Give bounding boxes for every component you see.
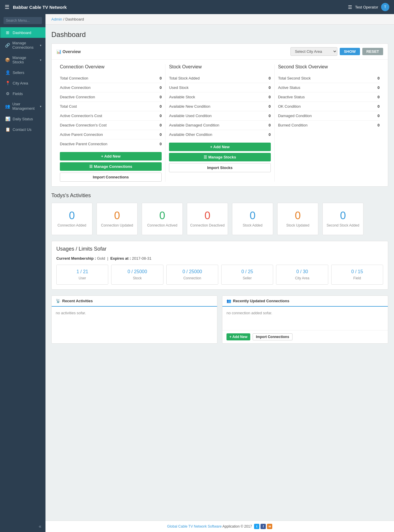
sidebar-label-contact-us: Contact Us [13, 127, 31, 132]
email-icon[interactable]: ✉ [267, 524, 272, 529]
activity-number: 0 [204, 210, 210, 221]
content-area: Dashboard 📊 Overview Select City Area SH… [45, 25, 394, 521]
page-title: Dashboard [51, 31, 388, 39]
reset-button[interactable]: RESET [362, 48, 383, 55]
add-new-stock-button[interactable]: + Add New [169, 143, 270, 151]
stat-row: Total Second Stock0 [278, 74, 380, 83]
sidebar-item-user-management[interactable]: 👥 User Management ▾ [0, 99, 45, 114]
stat-row: Total Connection0 [60, 74, 162, 83]
navbar-right: ☰ Test Operator T [348, 3, 389, 11]
import-connections-button[interactable]: Import Connections [60, 173, 162, 182]
usage-label: City Area [279, 276, 325, 280]
manage-stocks-button[interactable]: ☰ Manage Stocks [169, 153, 270, 161]
city-area-select[interactable]: Select City Area [290, 47, 337, 56]
sidebar-item-fields[interactable]: ⚙ Fields [0, 88, 45, 99]
recent-connections-title: Recently Updated Connections [233, 299, 289, 303]
recent-connections-footer: + Add New Import Connections [222, 330, 388, 343]
usage-item: 0 / 25000 Stock [111, 265, 163, 285]
stat-value: 0 [378, 114, 380, 118]
stat-value: 0 [160, 123, 162, 127]
stat-label: OK Condition [278, 104, 301, 109]
footer-link[interactable]: Global Cable TV Network Software [167, 524, 222, 528]
sidebar-collapse-button[interactable]: « [0, 521, 45, 532]
usage-label: Seller [224, 276, 270, 280]
connection-overview-title: Connection Overview [60, 64, 162, 70]
top-navbar: ☰ Babbar Cable TV Network ☰ Test Operato… [0, 0, 394, 14]
footer-copyright: Application © 2017 [222, 524, 252, 528]
show-button[interactable]: SHOW [340, 48, 360, 55]
usage-item: 0 / 25000 Connection [166, 265, 218, 285]
stat-value: 0 [160, 132, 162, 137]
stat-label: Available Damaged Condition [169, 123, 219, 127]
stat-value: 0 [378, 95, 380, 99]
panel-import-connections-button[interactable]: Import Connections [253, 333, 292, 340]
search-input[interactable] [4, 17, 42, 24]
stocks-icon: 📦 [5, 58, 10, 62]
sidebar-item-daily-status[interactable]: 📊 Daily Status [0, 114, 45, 124]
recent-connections-icon: 👥 [226, 299, 231, 303]
social-icons: t f ✉ [254, 524, 272, 529]
stat-label: Available Other Condition [169, 132, 212, 137]
stat-value: 0 [268, 123, 270, 127]
usage-label: User [59, 276, 106, 280]
sidebar-item-sellers[interactable]: 👤 Sellers [0, 67, 45, 78]
sidebar-item-manage-connections[interactable]: 🔗 Manage Connections ▾ [0, 38, 45, 53]
avatar[interactable]: T [381, 3, 389, 11]
stat-value: 0 [378, 123, 380, 127]
stat-value: 0 [268, 114, 270, 118]
facebook-icon[interactable]: f [261, 524, 266, 529]
username: Test Operator [355, 5, 378, 9]
sidebar-item-dashboard[interactable]: ⊞ Dashboard [0, 27, 45, 38]
menu-icon[interactable]: ☰ [348, 4, 352, 10]
breadcrumb-parent[interactable]: Admin [51, 17, 62, 21]
stat-row: Active Status0 [278, 83, 380, 92]
import-stocks-button[interactable]: Import Stocks [169, 163, 270, 172]
usage-value: 1 / 21 [59, 269, 106, 274]
sidebar-item-city-area[interactable]: 📍 City Area [0, 78, 45, 88]
overview-grid: Connection Overview Total Connection0Act… [52, 60, 388, 186]
stat-row: Damaged Condition0 [278, 111, 380, 121]
stat-row: Active Connection's Cost0 [60, 111, 162, 121]
stat-label: Burned Condition [278, 123, 307, 127]
usage-label: Connection [169, 276, 216, 280]
second-stock-stats: Total Second Stock0Active Status0Deactiv… [278, 74, 380, 130]
stock-overview-title: Stock Overview [169, 64, 270, 70]
sidebar-item-contact-us[interactable]: 📋 Contact Us [0, 124, 45, 135]
stat-label: Deactive Parent Connection [60, 142, 107, 146]
stock-actions: + Add New ☰ Manage Stocks Import Stocks [169, 143, 270, 172]
hamburger-icon[interactable]: ☰ [5, 4, 9, 10]
stat-value: 0 [160, 104, 162, 109]
sidebar-item-manage-stocks[interactable]: 📦 Manage Stocks ▾ [0, 53, 45, 67]
stat-row: Deactive Connection's Cost0 [60, 121, 162, 130]
second-stock-overview-title: Second Stock Overview [278, 64, 380, 70]
connections-icon: 🔗 [5, 43, 10, 48]
add-new-connection-button[interactable]: + Add New [60, 152, 162, 161]
overview-card-header: 📊 Overview Select City Area SHOW RESET [52, 44, 388, 60]
stat-label: Deactive Status [278, 95, 305, 99]
stat-row: Available Other Condition0 [169, 130, 270, 139]
sidebar-label-manage-stocks: Manage Stocks [12, 55, 38, 64]
activities-title: Todys's Activities [51, 192, 388, 199]
recent-connections-panel: 👥 Recently Updated Connections no connec… [222, 295, 388, 344]
activities-section: Todys's Activities 0 Connection Added 0 … [51, 192, 388, 235]
twitter-icon[interactable]: t [254, 524, 259, 529]
connection-overview-col: Connection Overview Total Connection0Act… [56, 64, 165, 182]
stat-label: Used Stock [169, 85, 188, 90]
stock-stats: Total Stock Added0Used Stock0Available S… [169, 74, 270, 139]
stat-row: Deactive Connection0 [60, 92, 162, 102]
stat-label: Damaged Condition [278, 114, 312, 118]
sellers-icon: 👤 [5, 70, 10, 75]
panel-add-new-button[interactable]: + Add New [226, 333, 250, 340]
sidebar-label-manage-connections: Manage Connections [12, 41, 38, 50]
activity-number: 0 [114, 210, 120, 221]
manage-connections-button[interactable]: ☰ Manage Connections [60, 162, 162, 171]
breadcrumb-current: Dashboard [65, 17, 84, 21]
stat-row: Used Stock0 [169, 83, 270, 92]
usage-label: Field [334, 276, 381, 280]
stat-value: 0 [268, 76, 270, 80]
stat-label: Active Connection's Cost [60, 114, 102, 118]
stat-label: Total Second Stock [278, 76, 311, 80]
stat-row: OK Condition0 [278, 102, 380, 111]
connection-stats: Total Connection0Active Connection0Deact… [60, 74, 162, 148]
stat-label: Deactive Connection's Cost [60, 123, 106, 127]
